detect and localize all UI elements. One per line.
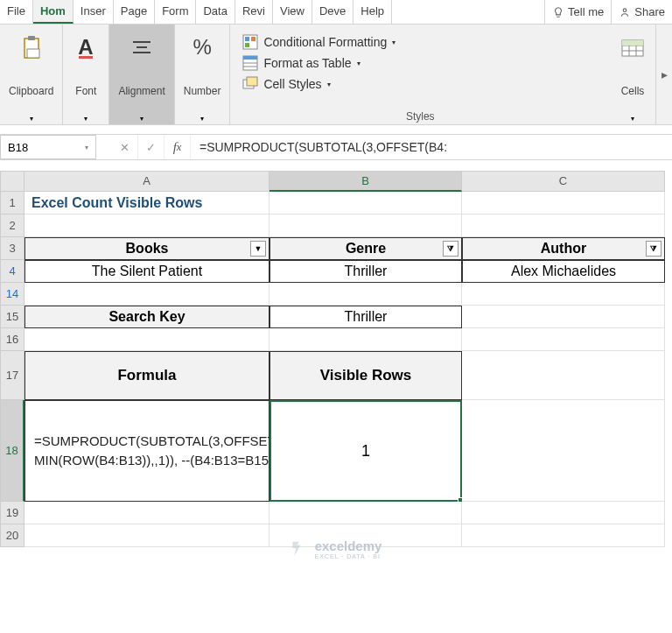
row-header-14[interactable]: 14 xyxy=(0,283,24,306)
cell-a18[interactable]: =SUMPRODUCT(SUBTOTAL(3,OFFSET(B4:B13,ROW… xyxy=(24,400,270,502)
watermark-icon xyxy=(290,539,310,547)
cell-a4[interactable]: The Silent Patient xyxy=(24,260,270,283)
cell-c4[interactable]: Alex Michaelides xyxy=(462,260,665,283)
menu-help[interactable]: Help xyxy=(354,0,392,24)
cell-a20[interactable] xyxy=(24,524,270,547)
share-icon xyxy=(619,6,631,18)
spreadsheet-grid: A B C 1 Excel Count Visible Rows 2 3 Boo… xyxy=(0,171,672,547)
share[interactable]: Share xyxy=(611,0,672,24)
caret-icon: ▾ xyxy=(200,115,204,123)
ribbon-more[interactable]: ▸ xyxy=(656,25,672,124)
cell-a3[interactable]: Books ▼ xyxy=(24,237,270,260)
font-icon: A xyxy=(72,33,100,61)
menu-developer[interactable]: Deve xyxy=(312,0,354,24)
formula-input[interactable]: =SUMPRODUCT(SUBTOTAL(3,OFFSET(B4: xyxy=(191,135,672,159)
cell-b19[interactable] xyxy=(270,502,462,524)
cell-styles[interactable]: Cell Styles▾ xyxy=(242,74,598,95)
filter-books[interactable]: ▼ xyxy=(250,241,266,257)
ribbon-number[interactable]: % Number ▾ xyxy=(175,25,231,124)
cell-a16[interactable] xyxy=(24,328,270,351)
row-header-18[interactable]: 18 xyxy=(0,400,24,502)
col-header-b[interactable]: B xyxy=(270,171,462,192)
cell-b3[interactable]: Genre ⧩ xyxy=(270,237,462,260)
filter-author[interactable]: ⧩ xyxy=(646,241,662,257)
formula-accept[interactable]: ✓ xyxy=(138,135,164,159)
row-header-4[interactable]: 4 xyxy=(0,260,24,283)
cell-c1[interactable] xyxy=(462,192,665,215)
clipboard-icon xyxy=(18,33,46,61)
svg-text:A: A xyxy=(79,35,94,59)
caret-icon: ▾ xyxy=(30,115,33,123)
name-box[interactable]: B18 ▾ xyxy=(0,135,96,159)
ribbon-alignment[interactable]: Alignment ▾ xyxy=(109,25,174,124)
menu-formulas[interactable]: Form xyxy=(155,0,196,24)
conditional-icon xyxy=(242,34,258,50)
ribbon-font[interactable]: A Font ▾ xyxy=(63,25,109,124)
row-header-3[interactable]: 3 xyxy=(0,237,24,260)
cell-c2[interactable] xyxy=(462,215,665,237)
cell-b17[interactable]: Visible Rows xyxy=(270,351,462,400)
ribbon-clipboard[interactable]: Clipboard ▾ xyxy=(0,25,63,124)
caret-icon: ▾ xyxy=(631,115,634,123)
cell-a15[interactable]: Search Key xyxy=(24,306,270,328)
row-header-19[interactable]: 19 xyxy=(0,502,24,524)
menu-insert[interactable]: Inser xyxy=(74,0,114,24)
cell-a2[interactable] xyxy=(24,215,270,237)
row-header-20[interactable]: 20 xyxy=(0,524,24,547)
cell-c15[interactable] xyxy=(462,306,665,328)
caret-icon: ▾ xyxy=(140,115,144,123)
cell-a17[interactable]: Formula xyxy=(24,351,270,400)
cell-b4[interactable]: Thriller xyxy=(270,260,462,283)
styles-group-label: Styles xyxy=(242,110,598,123)
col-header-a[interactable]: A xyxy=(24,171,270,192)
col-header-c[interactable]: C xyxy=(462,171,665,192)
menu-review[interactable]: Revi xyxy=(235,0,273,24)
menu-data[interactable]: Data xyxy=(196,0,234,24)
cell-b2[interactable] xyxy=(270,215,462,237)
watermark: exceldemy EXCEL · DATA · BI xyxy=(290,538,382,547)
menu-file[interactable]: File xyxy=(0,0,33,24)
cell-b14[interactable] xyxy=(270,283,462,306)
cell-a14[interactable] xyxy=(24,283,270,306)
svg-rect-18 xyxy=(247,77,257,86)
cell-c17[interactable] xyxy=(462,351,665,400)
svg-rect-24 xyxy=(622,40,643,46)
row-header-2[interactable]: 2 xyxy=(0,215,24,237)
menu-page[interactable]: Page xyxy=(114,0,155,24)
menu-home[interactable]: Hom xyxy=(33,0,74,24)
row-header-16[interactable]: 16 xyxy=(0,328,24,351)
format-as-table[interactable]: Format as Table▾ xyxy=(242,53,598,74)
cell-a1[interactable]: Excel Count Visible Rows xyxy=(24,192,270,215)
row-header-17[interactable]: 17 xyxy=(0,351,24,400)
svg-rect-12 xyxy=(245,43,249,47)
cell-c19[interactable] xyxy=(462,502,665,524)
cell-a19[interactable] xyxy=(24,502,270,524)
row-header-1[interactable]: 1 xyxy=(0,192,24,215)
cell-b18[interactable]: 1 xyxy=(270,400,462,502)
svg-rect-2 xyxy=(28,36,35,40)
ribbon-cells[interactable]: Cells ▾ xyxy=(610,25,656,124)
cell-c3[interactable]: Author ⧩ xyxy=(462,237,665,260)
cell-c14[interactable] xyxy=(462,283,665,306)
svg-point-0 xyxy=(624,8,627,11)
formula-cancel[interactable]: ✕ xyxy=(112,135,138,159)
menu-bar: File Hom Inser Page Form Data Revi View … xyxy=(0,0,672,25)
cell-b1[interactable] xyxy=(270,192,462,215)
cell-c20[interactable] xyxy=(462,524,665,547)
cellstyles-icon xyxy=(242,76,258,92)
fx-button[interactable]: fx xyxy=(164,135,191,159)
cell-c16[interactable] xyxy=(462,328,665,351)
cell-b15[interactable]: Thriller xyxy=(270,306,462,328)
cell-b16[interactable] xyxy=(270,328,462,351)
svg-rect-10 xyxy=(245,37,249,41)
table-icon xyxy=(242,55,258,71)
svg-rect-11 xyxy=(251,37,256,41)
select-all-corner[interactable] xyxy=(0,171,24,192)
filter-genre[interactable]: ⧩ xyxy=(443,241,458,257)
row-header-15[interactable]: 15 xyxy=(0,306,24,328)
ribbon: Clipboard ▾ A Font ▾ Alignment ▾ % Numbe… xyxy=(0,25,672,125)
cell-c18[interactable] xyxy=(462,400,665,502)
menu-view[interactable]: View xyxy=(273,0,312,24)
conditional-formatting[interactable]: Conditional Formatting▾ xyxy=(242,32,598,53)
tell-me[interactable]: Tell me xyxy=(544,0,611,24)
